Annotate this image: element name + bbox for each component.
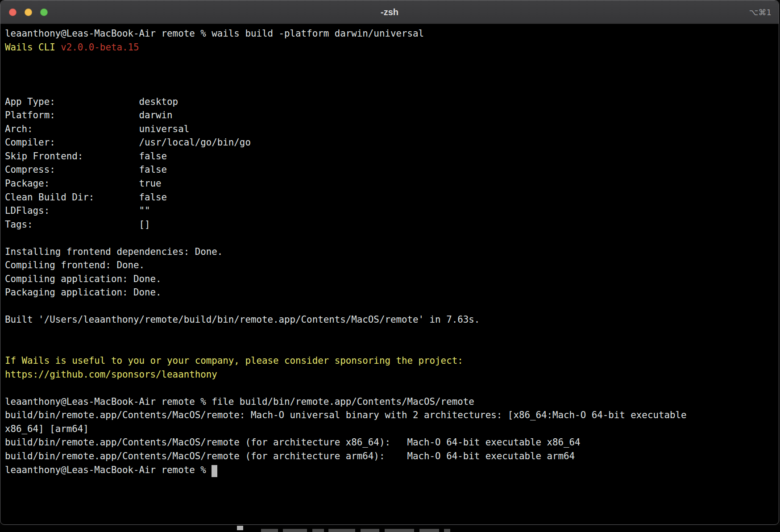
terminal-line: Packaging application: Done. [5, 286, 776, 299]
terminal-text: Packaging application: Done. [5, 287, 162, 298]
terminal-text: Compiling application: Done. [5, 274, 162, 284]
terminal-cursor [212, 465, 217, 477]
terminal-line [5, 327, 776, 341]
terminal-line: x86_64] [arm64] [5, 422, 776, 436]
terminal-line: Installing frontend dependencies: Done. [5, 245, 776, 259]
terminal-line: leaanthony@Leas-MacBook-Air remote % fil… [5, 395, 776, 409]
background-text-fragment [283, 529, 307, 532]
terminal-text: Skip Frontend: false [5, 151, 167, 162]
background-text-fragment [361, 529, 379, 532]
terminal-line: leaanthony@Leas-MacBook-Air remote % [5, 463, 776, 477]
terminal-text: App Type: desktop [5, 96, 178, 107]
terminal-text: Package: true [5, 178, 162, 189]
terminal-line: leaanthony@Leas-MacBook-Air remote % wai… [5, 27, 776, 41]
terminal-line: build/bin/remote.app/Contents/MacOS/remo… [5, 436, 776, 449]
terminal-text: leaanthony@Leas-MacBook-Air remote % [5, 465, 212, 475]
terminal-line [5, 381, 776, 395]
terminal-text: Built '/Users/leaanthony/remote/build/bi… [5, 314, 480, 325]
zoom-button[interactable] [40, 8, 48, 16]
terminal-line: App Type: desktop [5, 95, 776, 109]
terminal-text: build/bin/remote.app/Contents/MacOS/remo… [5, 410, 687, 420]
terminal-text: build/bin/remote.app/Contents/MacOS/remo… [5, 437, 581, 448]
terminal-line: Clean Build Dir: false [5, 191, 776, 204]
terminal-line: Wails CLI v2.0.0-beta.15 [5, 41, 776, 54]
background-text-fragment [385, 529, 414, 532]
background-cursor-fragment [237, 526, 243, 530]
terminal-output[interactable]: leaanthony@Leas-MacBook-Air remote % wai… [0, 24, 779, 477]
terminal-line: Tags: [] [5, 218, 776, 232]
terminal-text: Platform: darwin [5, 110, 173, 121]
terminal-line: Built '/Users/leaanthony/remote/build/bi… [5, 313, 776, 327]
terminal-line: https://github.com/sponsors/leaanthony [5, 368, 776, 382]
terminal-line: build/bin/remote.app/Contents/MacOS/remo… [5, 408, 776, 422]
tab-shortcut-label: ⌥⌘1 [749, 8, 772, 17]
terminal-line [5, 54, 776, 68]
terminal-text: leaanthony@Leas-MacBook-Air remote % fil… [5, 396, 474, 407]
traffic-lights [0, 8, 48, 16]
terminal-text: Wails CLI [5, 42, 61, 53]
terminal-window: -zsh ⌥⌘1 leaanthony@Leas-MacBook-Air rem… [0, 0, 779, 525]
close-button[interactable] [9, 8, 17, 16]
terminal-text: Tags: [] [5, 219, 150, 230]
terminal-text: Arch: universal [5, 124, 189, 134]
terminal-text: Compiler: /usr/local/go/bin/go [5, 137, 251, 148]
terminal-text: x86_64] [arm64] [5, 424, 89, 434]
terminal-line [5, 299, 776, 313]
terminal-text: Installing frontend dependencies: Done. [5, 246, 223, 257]
terminal-line: Compiler: /usr/local/go/bin/go [5, 136, 776, 150]
terminal-line: Compress: false [5, 163, 776, 177]
background-text-fragment [261, 529, 278, 532]
terminal-line: Package: true [5, 177, 776, 191]
minimize-button[interactable] [25, 8, 32, 16]
terminal-line: Skip Frontend: false [5, 150, 776, 163]
terminal-line: Platform: darwin [5, 108, 776, 122]
terminal-text: LDFlags: "" [5, 205, 150, 216]
window-title: -zsh [0, 7, 779, 17]
terminal-text: If Wails is useful to you or your compan… [5, 355, 463, 366]
titlebar[interactable]: -zsh ⌥⌘1 [0, 0, 779, 24]
terminal-text: Compiling frontend: Done. [5, 260, 145, 270]
terminal-text: Compress: false [5, 164, 167, 175]
background-text-fragment [444, 529, 450, 532]
background-window-sliver [0, 525, 780, 532]
terminal-text: Clean Build Dir: false [5, 192, 167, 203]
terminal-text: leaanthony@Leas-MacBook-Air remote % wai… [5, 28, 424, 39]
background-text-fragment [419, 529, 439, 532]
sponsor-link[interactable]: https://github.com/sponsors/leaanthony [5, 369, 217, 380]
terminal-line: Compiling frontend: Done. [5, 258, 776, 272]
terminal-text: v2.0.0-beta.15 [61, 42, 139, 53]
terminal-line [5, 341, 776, 354]
background-text-fragment [312, 529, 324, 532]
terminal-line [5, 68, 776, 82]
terminal-line: Arch: universal [5, 122, 776, 136]
terminal-line [5, 231, 776, 245]
terminal-line: build/bin/remote.app/Contents/MacOS/remo… [5, 449, 776, 463]
terminal-text: build/bin/remote.app/Contents/MacOS/remo… [5, 451, 575, 461]
terminal-line: If Wails is useful to you or your compan… [5, 354, 776, 368]
background-text-fragment [328, 529, 355, 532]
terminal-line: Compiling application: Done. [5, 272, 776, 286]
terminal-line: LDFlags: "" [5, 204, 776, 218]
terminal-line [5, 81, 776, 95]
